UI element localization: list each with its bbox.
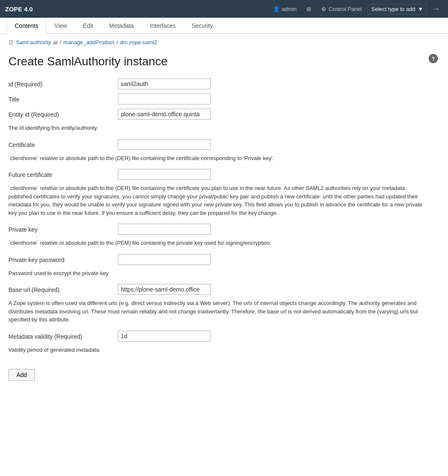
create-form: id (Required) Title Entity id (Required)… — [8, 78, 438, 381]
hint-private-key: `clienthome` relative or absolute path t… — [8, 239, 429, 247]
input-future-certificate[interactable] — [118, 169, 211, 180]
field-group-certificate: Certificate `clienthome` relative or abs… — [8, 139, 438, 163]
dropdown-arrow-icon: ▼ — [418, 6, 423, 12]
select-type-label: Select type to add — [371, 6, 415, 12]
hint-certificate: `clienthome` relative or absolute path t… — [8, 154, 429, 163]
input-certificate[interactable] — [118, 139, 211, 150]
breadcrumb-sep1: / — [60, 39, 61, 45]
file-icon: 🗋 — [8, 39, 14, 45]
breadcrumb-at: at — [53, 39, 58, 45]
field-group-private-key: Private key `clienthome` relative or abs… — [8, 224, 438, 247]
label-entity-id: Entity id (Required) — [8, 109, 118, 118]
input-private-key-password[interactable] — [118, 254, 211, 265]
form-actions: Add — [8, 361, 438, 381]
label-certificate: Certificate — [8, 139, 118, 148]
form-row-certificate: Certificate — [8, 139, 438, 150]
control-panel-button[interactable]: ⚙ Control Panel — [317, 4, 366, 14]
hint-entity-id: The id identifying this entity/authority… — [8, 124, 429, 132]
field-group-base-url: Base url (Required) A Zope system is oft… — [8, 284, 438, 324]
form-row-title: Title — [8, 94, 438, 104]
admin-label: admin — [282, 6, 296, 12]
form-row-base-url: Base url (Required) — [8, 284, 438, 295]
tab-interfaces[interactable]: Interfaces — [142, 18, 184, 34]
field-group-entity-id: Entity id (Required) The id identifying … — [8, 109, 438, 132]
input-entity-id[interactable] — [118, 109, 211, 120]
sitemap-icon: ⊞ — [307, 6, 311, 12]
field-group-title: Title — [8, 94, 438, 104]
form-row-private-key-password: Private key password — [8, 254, 438, 265]
hint-metadata-validity: Validity period of generated metadata. — [8, 346, 429, 354]
label-private-key: Private key — [8, 224, 118, 233]
form-row-id: id (Required) — [8, 78, 438, 89]
form-row-metadata-validity: Metadata validity (Required) — [8, 331, 438, 342]
tabs-bar: Contents View Edit Metadata Interfaces S… — [0, 18, 448, 34]
form-row-entity-id: Entity id (Required) — [8, 109, 438, 120]
main-content: 🗋 Saml authority at / manage_addProduct … — [0, 34, 446, 398]
tab-contents[interactable]: Contents — [7, 18, 46, 34]
navbar: ZOPE 4.0 👤 admin ⊞ ⚙ Control Panel Selec… — [0, 0, 448, 18]
input-id[interactable] — [118, 78, 211, 89]
breadcrumb-sep2: / — [116, 39, 118, 45]
tab-view[interactable]: View — [46, 18, 75, 34]
page-title: Create SamlAuthority instance — [8, 55, 438, 68]
hint-future-certificate: `clienthome` relative or absolute path t… — [8, 184, 429, 217]
help-icon[interactable]: ? — [429, 54, 438, 63]
hint-private-key-password: Password used to encrypt the private key — [8, 269, 429, 278]
add-button[interactable]: Add — [8, 369, 35, 381]
breadcrumb: 🗋 Saml authority at / manage_addProduct … — [8, 39, 438, 45]
input-title[interactable] — [118, 94, 211, 104]
input-base-url[interactable] — [118, 284, 211, 295]
label-metadata-validity: Metadata validity (Required) — [8, 331, 118, 340]
field-group-metadata-validity: Metadata validity (Required) Validity pe… — [8, 331, 438, 354]
select-type-dropdown[interactable]: Select type to add ▼ — [368, 4, 427, 14]
control-panel-label: Control Panel — [328, 6, 362, 12]
input-metadata-validity[interactable] — [118, 331, 211, 342]
field-group-private-key-password: Private key password Password used to en… — [8, 254, 438, 278]
label-future-certificate: Future certificate — [8, 169, 118, 178]
field-group-future-certificate: Future certificate `clienthome` relative… — [8, 169, 438, 217]
label-base-url: Base url (Required) — [8, 284, 118, 293]
tab-security[interactable]: Security — [184, 18, 221, 34]
label-id: id (Required) — [8, 78, 118, 88]
sitemap-button[interactable]: ⊞ — [302, 4, 315, 14]
form-row-future-certificate: Future certificate — [8, 169, 438, 180]
label-private-key-password: Private key password — [8, 254, 118, 263]
hint-base-url: A Zope system is often used via differen… — [8, 299, 429, 324]
label-title: Title — [8, 94, 118, 103]
navbar-items: 👤 admin ⊞ ⚙ Control Panel Select type to… — [269, 3, 443, 15]
gear-icon: ⚙ — [321, 6, 326, 12]
input-private-key[interactable] — [118, 224, 211, 235]
admin-icon: 👤 — [273, 6, 280, 12]
tab-metadata[interactable]: Metadata — [101, 18, 141, 34]
field-group-id: id (Required) — [8, 78, 438, 89]
breadcrumb-dm-zope-saml2[interactable]: dm.zope.saml2 — [120, 39, 157, 45]
breadcrumb-saml-authority[interactable]: Saml authority — [16, 39, 51, 45]
form-row-private-key: Private key — [8, 224, 438, 235]
breadcrumb-manage-addproduct[interactable]: manage_addProduct — [64, 39, 115, 45]
admin-menu[interactable]: 👤 admin — [269, 4, 301, 14]
navbar-brand: ZOPE 4.0 — [5, 5, 33, 13]
tab-edit[interactable]: Edit — [75, 18, 101, 34]
logout-button[interactable]: → — [429, 3, 443, 15]
